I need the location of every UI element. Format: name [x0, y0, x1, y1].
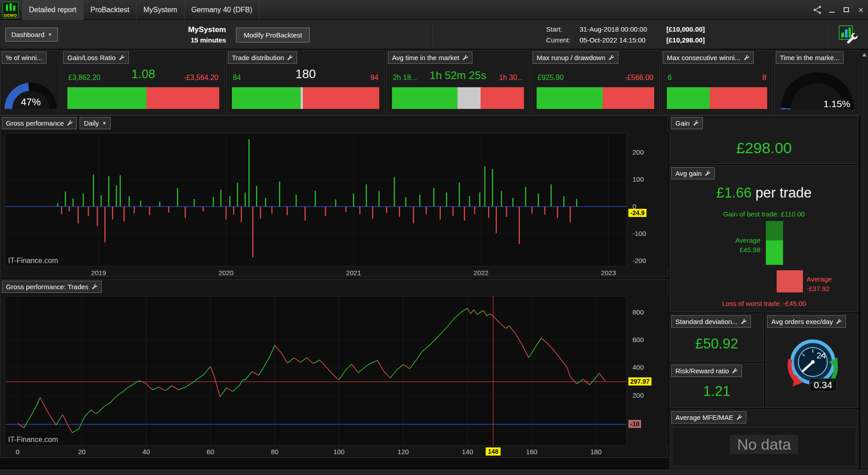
axis-label: 100 — [333, 448, 344, 456]
axis-label: 120 — [397, 448, 409, 456]
panel-time-in-market: Time in the marke... 1.15% — [774, 50, 860, 115]
tab-detailed-report[interactable]: Detailed report — [22, 0, 84, 20]
wrench-icon — [732, 368, 738, 374]
title-text: Standard deviation... — [675, 318, 738, 325]
no-data-label: No data — [730, 435, 798, 454]
stats-row: % of winni... 47% Gain/Loss Ratio £3,862… — [0, 50, 860, 115]
winning-gauge: 47% — [5, 83, 57, 109]
minimize-button[interactable] — [825, 3, 839, 17]
loss-total: -£3,564.20 — [184, 74, 218, 82]
axis-label: 800 — [632, 308, 644, 315]
avg-win-block-dark — [766, 221, 783, 240]
wrench-icon — [693, 120, 699, 126]
bar-red-segment — [303, 87, 379, 109]
title-text: Risk/Reward ratio — [675, 367, 729, 375]
gross-performance-trades-title[interactable]: Gross performance: Trades — [2, 281, 102, 293]
max-drawdown: -£566.00 — [625, 74, 653, 82]
avg-win-label: Average £45.98 — [735, 235, 760, 254]
consecutive-bar — [667, 87, 767, 109]
period-dropdown[interactable]: Daily▼ — [80, 117, 110, 129]
std-dev-value: £50.92 — [670, 336, 764, 352]
panel-pct-winning-trades: % of winni... 47% — [0, 50, 61, 115]
gross-performance-title[interactable]: Gross performance — [2, 117, 77, 129]
avg-gain-title[interactable]: Avg gain — [671, 167, 715, 179]
axis-label: 2022 — [473, 269, 488, 277]
axis-label: 400 — [632, 363, 644, 371]
time-in-market-title[interactable]: Time in the marke... — [776, 52, 844, 64]
runup-drawdown-title[interactable]: Max runup / drawdown — [533, 52, 618, 64]
gain-title[interactable]: Gain — [671, 117, 703, 129]
wrench-icon — [92, 284, 98, 290]
avg-win-label-value: £45.98 — [735, 245, 760, 254]
share-icon — [813, 5, 822, 14]
title-text: Gain/Loss Ratio — [67, 54, 116, 61]
time-in-market-value: 1.15% — [823, 99, 850, 109]
avg-orders-title[interactable]: Avg orders exec/day — [767, 315, 846, 328]
close-button[interactable]: × — [854, 3, 868, 17]
app-logo-icon: DEMO — [2, 2, 19, 18]
avg-gain-suffix: per trade — [751, 185, 811, 201]
share-button[interactable] — [810, 3, 825, 17]
bar-red-segment — [481, 87, 524, 109]
bar-green-segment — [392, 87, 458, 109]
title-text: Avg orders exec/day — [771, 318, 833, 325]
period-label: Daily — [84, 119, 99, 127]
max-consecutive-title[interactable]: Max consecutive winni... — [663, 52, 754, 64]
axis-label: 20 — [78, 448, 86, 456]
axis-label: 80 — [271, 448, 278, 456]
wrench-icon — [736, 414, 742, 420]
trades-chart-xaxis: 020406080100120140160180148 — [0, 447, 668, 458]
tab-instrument[interactable]: Germany 40 (DFB) — [184, 0, 259, 20]
current-amount: [£10,298.00] — [666, 35, 705, 46]
scroll-up-icon[interactable] — [862, 53, 867, 56]
system-name: MySystem — [158, 24, 226, 35]
daily-performance-chart[interactable]: IT-Finance.com — [5, 133, 627, 267]
tab-probacktest[interactable]: ProBacktest — [84, 0, 137, 20]
axis-label: -24.9 — [628, 209, 646, 217]
max-runup: £925.90 — [538, 74, 564, 82]
bar-red-segment — [710, 87, 767, 109]
titlebar: DEMO Detailed report ProBacktest MySyste… — [0, 0, 868, 20]
pct-winning-title[interactable]: % of winni... — [2, 52, 47, 64]
title-text: Trade distribution — [232, 54, 284, 61]
maximize-button[interactable] — [839, 3, 854, 17]
title-text: Avg time in the market — [392, 54, 459, 61]
bar-red-segment — [603, 87, 654, 109]
axis-label: -200 — [632, 257, 646, 264]
mfe-mae-title[interactable]: Average MFE/MAE — [671, 411, 746, 423]
std-dev-title[interactable]: Standard deviation... — [671, 315, 751, 328]
trade-distribution-title[interactable]: Trade distribution — [228, 52, 297, 64]
title-text: Gross performance: Trades — [6, 283, 89, 291]
bar-green-segment — [232, 87, 301, 109]
risk-reward-title[interactable]: Risk/Reward ratio — [671, 365, 742, 377]
axis-label: 600 — [632, 335, 644, 343]
gain-loss-bar — [67, 87, 219, 109]
axis-label: 200 — [632, 148, 644, 155]
vertical-scrollbar[interactable] — [860, 50, 868, 469]
start-datetime: 31-Aug-2018 00:00:00 — [580, 24, 666, 35]
title-text: Avg gain — [675, 169, 702, 177]
probacktest-settings-icon[interactable] — [838, 25, 858, 45]
trades-equity-chart[interactable]: IT-Finance.com — [5, 296, 627, 446]
avg-time-title[interactable]: Avg time in the market — [388, 52, 472, 64]
gain-loss-title[interactable]: Gain/Loss Ratio — [63, 52, 129, 64]
axis-label: 2021 — [346, 269, 361, 277]
panel-gross-performance-trades: Gross performance: Trades IT-Finance.com… — [0, 279, 668, 458]
max-consecutive-losses: 8 — [762, 74, 766, 82]
axis-label: 180 — [590, 448, 602, 456]
panel-gross-performance-daily: Gross performance Daily▼ IT-Finance.com … — [0, 115, 668, 277]
axis-label: 200 — [632, 391, 644, 399]
gain-value: £298.00 — [670, 139, 858, 157]
title-text: Max consecutive winni... — [667, 54, 741, 61]
wrench-icon — [836, 319, 842, 325]
panel-avg-gain: Avg gain £1.66 per trade Gain of best tr… — [670, 165, 859, 312]
modify-probacktest-button[interactable]: Modify ProBacktest — [236, 28, 310, 42]
tab-mysystem[interactable]: MySystem — [137, 0, 184, 20]
dashboard-dropdown[interactable]: Dashboard ▼ — [5, 28, 58, 42]
title-text: % of winni... — [6, 54, 42, 61]
title-text: Average MFE/MAE — [675, 414, 733, 421]
watermark: IT-Finance.com — [8, 436, 58, 444]
chevron-down-icon: ▼ — [102, 121, 107, 126]
system-info: MySystem 15 minutes — [158, 24, 226, 45]
toolbar-separator — [431, 22, 432, 47]
